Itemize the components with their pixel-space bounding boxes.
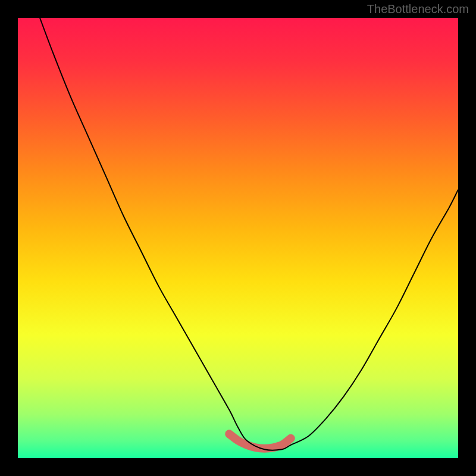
plot-area bbox=[18, 18, 458, 458]
chart-frame: TheBottleneck.com bbox=[0, 0, 476, 476]
gradient-background bbox=[18, 18, 458, 458]
plot-svg bbox=[18, 18, 458, 458]
watermark-text: TheBottleneck.com bbox=[367, 2, 469, 16]
